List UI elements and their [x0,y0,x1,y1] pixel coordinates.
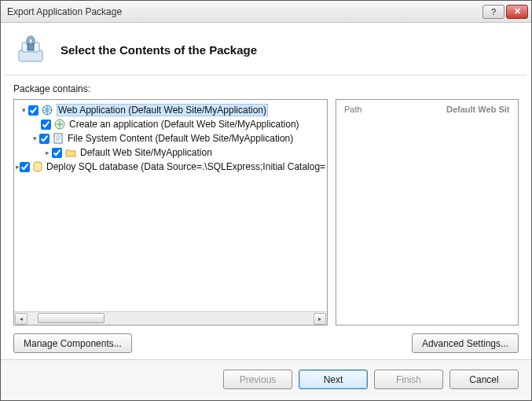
tree-label: Create an application (Default Web Site/… [69,119,299,130]
detail-path-label: Path [344,105,446,114]
horizontal-scrollbar[interactable]: ◂ ▸ [14,311,327,325]
scroll-track[interactable] [28,313,313,325]
folder-icon [64,146,77,159]
tree-node-filesys[interactable]: ▾ File System Content (Default Web Site/… [16,131,325,145]
wizard-icon [13,32,48,67]
titlebar-buttons: ? ✕ [482,5,528,19]
tree-node-folder[interactable]: ▸ Default Web Site/MyApplication [16,145,325,160]
svg-rect-2 [28,44,34,50]
next-button[interactable]: Next [299,370,368,389]
detail-panel: Path Default Web Site/MyApplication [336,99,519,326]
database-icon [32,160,43,173]
wizard-footer: Previous Next Finish Cancel [1,359,531,400]
expander-icon[interactable]: ▾ [19,106,28,114]
mid-buttons: Manage Components... Advanced Settings..… [13,333,519,353]
expander-icon[interactable]: ▾ [30,134,39,142]
advanced-settings-button[interactable]: Advanced Settings... [412,333,519,353]
cancel-button[interactable]: Cancel [449,370,519,389]
globe-icon [41,104,53,116]
detail-path-value: Default Web Site/MyApplication [446,105,510,114]
scroll-left-icon[interactable]: ◂ [15,313,28,325]
tree-node-sql[interactable]: ▸ Deploy SQL database (Data Source=.\SQL… [16,160,325,174]
tree-label: Web Application (Default Web Site/MyAppl… [57,104,268,116]
detail-row-path: Path Default Web Site/MyApplication [344,105,510,114]
document-icon [52,132,64,145]
close-button[interactable]: ✕ [506,5,528,19]
manage-components-button[interactable]: Manage Components... [13,333,132,353]
checkbox-createapp[interactable] [41,120,51,130]
tree-scroll[interactable]: ▾ Web Application (Default Web Site/MyAp… [14,100,327,311]
window-title: Export Application Package [7,6,482,17]
tree-panel: ▾ Web Application (Default Web Site/MyAp… [13,99,328,326]
app-icon [53,118,66,131]
titlebar: Export Application Package ? ✕ [1,1,531,23]
dialog-window: Export Application Package ? ✕ Select th… [0,0,532,401]
tree-label: Default Web Site/MyApplication [80,147,212,158]
checkbox-webapp[interactable] [28,105,39,116]
checkbox-filesys[interactable] [39,134,50,144]
tree-label: Deploy SQL database (Data Source=.\SQLEx… [46,161,325,172]
previous-button: Previous [223,370,292,389]
close-icon: ✕ [514,6,521,17]
tree-label: File System Content (Default Web Site/My… [68,133,293,144]
tree-node-webapp[interactable]: ▾ Web Application (Default Web Site/MyAp… [16,103,325,117]
tree-node-createapp[interactable]: Create an application (Default Web Site/… [16,117,325,131]
checkbox-folder[interactable] [52,148,62,158]
finish-button: Finish [374,370,443,389]
panels: ▾ Web Application (Default Web Site/MyAp… [13,99,519,326]
expander-icon[interactable]: ▸ [42,149,52,156]
wizard-heading: Select the Contents of the Package [61,43,257,57]
wizard-body: Package contains: ▾ Web Application (Def… [1,75,531,359]
scroll-right-icon[interactable]: ▸ [314,313,326,325]
help-icon: ? [491,7,496,17]
checkbox-sql[interactable] [20,162,30,172]
package-contains-label: Package contains: [13,83,519,94]
svg-rect-5 [54,134,62,143]
help-button[interactable]: ? [482,5,504,19]
wizard-header: Select the Contents of the Package [1,23,531,75]
scroll-thumb[interactable] [38,313,105,323]
